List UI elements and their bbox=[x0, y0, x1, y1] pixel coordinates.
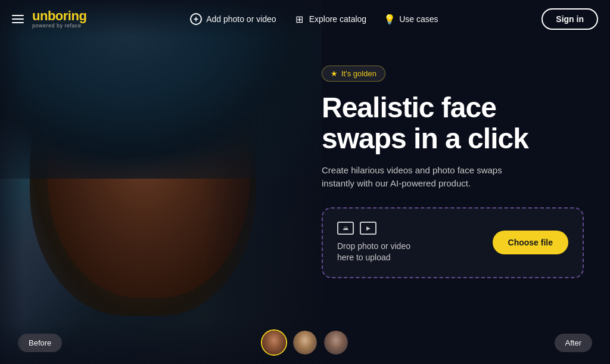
upload-icons bbox=[337, 222, 410, 235]
nav-add-photo[interactable]: + Add photo or video bbox=[190, 13, 276, 25]
nav-usecases-label: Use cases bbox=[399, 14, 438, 24]
avatar-strip bbox=[261, 329, 349, 356]
avatar-face-1 bbox=[262, 331, 286, 354]
grid-icon: ⊞ bbox=[294, 14, 305, 24]
after-button[interactable]: After bbox=[555, 334, 592, 352]
hero-image bbox=[0, 0, 322, 364]
menu-icon[interactable] bbox=[12, 15, 24, 23]
logo[interactable]: unboring powered by reface bbox=[32, 10, 86, 29]
avatar-face-2 bbox=[293, 331, 317, 354]
upload-prompt-line2: here to upload bbox=[337, 253, 391, 262]
before-button[interactable]: Before bbox=[18, 334, 62, 352]
nav-right: Sign in bbox=[541, 8, 598, 30]
avatar-face-3 bbox=[324, 331, 348, 354]
avatar-2[interactable] bbox=[292, 329, 318, 356]
logo-boring: boring bbox=[48, 8, 86, 23]
hero-title-line2: swaps in a click bbox=[322, 123, 528, 154]
badge-label: It's golden bbox=[341, 69, 376, 78]
image-icon bbox=[337, 222, 354, 235]
plus-icon: + bbox=[190, 13, 202, 25]
content-right: ★ It's golden Realistic face swaps in a … bbox=[286, 48, 610, 296]
navbar: unboring powered by reface + Add photo o… bbox=[0, 0, 610, 38]
logo-un: un bbox=[32, 8, 48, 23]
hero-subtitle: Create hilarious videos and photo face s… bbox=[322, 164, 536, 191]
choose-file-button[interactable]: Choose file bbox=[493, 231, 568, 254]
sign-in-button[interactable]: Sign in bbox=[541, 8, 598, 30]
star-icon: ★ bbox=[331, 69, 338, 78]
upload-prompt: Drop photo or video here to upload bbox=[337, 241, 410, 264]
hero-badge: ★ It's golden bbox=[322, 66, 385, 82]
upload-dropzone[interactable]: Drop photo or video here to upload Choos… bbox=[322, 207, 584, 278]
video-icon bbox=[360, 222, 376, 235]
nav-explore[interactable]: ⊞ Explore catalog bbox=[294, 14, 367, 24]
nav-left: unboring powered by reface bbox=[12, 10, 86, 29]
logo-subtitle: powered by reface bbox=[32, 23, 86, 29]
upload-left-content: Drop photo or video here to upload bbox=[337, 222, 410, 264]
avatar-1[interactable] bbox=[261, 329, 287, 356]
bottom-bar: Before After bbox=[0, 321, 610, 364]
bulb-icon: 💡 bbox=[384, 14, 395, 24]
hero-title-line1: Realistic face bbox=[322, 92, 496, 123]
nav-usecases[interactable]: 💡 Use cases bbox=[384, 14, 438, 24]
logo-text: unboring bbox=[32, 10, 86, 23]
nav-explore-label: Explore catalog bbox=[309, 14, 367, 24]
nav-add-photo-label: Add photo or video bbox=[206, 14, 276, 24]
avatar-3[interactable] bbox=[323, 329, 349, 356]
nav-center: + Add photo or video ⊞ Explore catalog 💡… bbox=[86, 13, 541, 25]
hero-title: Realistic face swaps in a click bbox=[322, 92, 586, 154]
upload-prompt-line1: Drop photo or video bbox=[337, 241, 410, 251]
